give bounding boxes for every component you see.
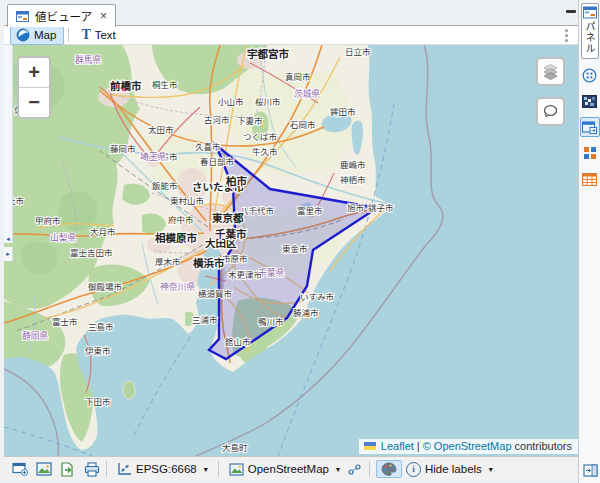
map-label-city: 小山市 bbox=[218, 97, 244, 107]
left-splitter-handle[interactable]: ◂ bbox=[4, 45, 13, 243]
map-label-city: 勝浦市 bbox=[293, 308, 319, 318]
basemap-dropdown[interactable]: OpenStreetMap ▾ bbox=[225, 462, 344, 477]
panels-view-button[interactable] bbox=[580, 117, 600, 137]
basemap-caret-icon: ▾ bbox=[336, 465, 340, 474]
labels-dropdown[interactable]: i Hide labels ▾ bbox=[402, 461, 497, 478]
map-label-city: 東金市 bbox=[282, 244, 308, 254]
basemap-icon bbox=[229, 463, 244, 476]
sync-views-button[interactable] bbox=[346, 461, 363, 478]
layers-button[interactable] bbox=[536, 57, 565, 86]
save-image-button[interactable] bbox=[35, 461, 52, 478]
map-label-major: 前橋市 bbox=[110, 80, 142, 92]
labels-caret-icon: ▾ bbox=[489, 465, 493, 474]
map-label-city: 横須賀市 bbox=[198, 289, 233, 299]
image-icon bbox=[36, 462, 52, 476]
map-label-city: 神栖市 bbox=[340, 175, 366, 185]
map-label-city: 甲府市 bbox=[35, 216, 61, 226]
osm-link[interactable]: © OpenStreetMap bbox=[423, 440, 512, 452]
toolbar-grip-icon[interactable] bbox=[565, 29, 568, 42]
map-canvas[interactable]: 日立市真岡市桐生市小山市桜川市石岡市鉾田市古河市下妻市太田市藤岡市熊谷市佐久市久… bbox=[4, 45, 578, 456]
map-label-city: 鴨川市 bbox=[258, 317, 284, 327]
map-label-major: 千葉市 bbox=[215, 228, 247, 240]
map-label-city: 東村山市 bbox=[170, 196, 205, 206]
form-view-button[interactable] bbox=[580, 65, 600, 85]
map-tiles: 日立市真岡市桐生市小山市桜川市石岡市鉾田市古河市下妻市太田市藤岡市熊谷市佐久市久… bbox=[4, 45, 578, 456]
map-label-city: 下妻市 bbox=[237, 116, 263, 126]
color-style-toggle[interactable] bbox=[376, 460, 402, 478]
map-label-city: 伊東市 bbox=[85, 346, 111, 356]
contributors-text: contributors bbox=[515, 440, 572, 452]
map-label-city: 鹿嶋市 bbox=[340, 160, 366, 170]
statusbar-separator bbox=[106, 461, 107, 477]
map-label-city: 真岡市 bbox=[285, 72, 311, 82]
map-label-city: 鉾田市 bbox=[330, 107, 356, 117]
map-label-city: 市原市 bbox=[222, 254, 248, 264]
map-label-city: 銚子市 bbox=[368, 203, 394, 213]
tab-bar: 値ビューア × bbox=[4, 3, 578, 26]
map-label-pref: 茨城県 bbox=[294, 88, 321, 99]
table-view-button[interactable] bbox=[580, 169, 600, 189]
map-view-button[interactable]: Map bbox=[10, 26, 64, 45]
new-window-icon bbox=[12, 462, 28, 476]
map-label-pref: 神奈川県 bbox=[160, 281, 195, 292]
panel-tab-label: パネル bbox=[582, 21, 597, 54]
coord-caret-icon: ▾ bbox=[204, 465, 208, 474]
coord-system-dropdown[interactable]: EPSG:6668 ▾ bbox=[113, 461, 212, 477]
toolbar-separator bbox=[68, 28, 69, 42]
layers-icon bbox=[542, 63, 559, 80]
map-attribution: Leaflet | © OpenStreetMap contributors bbox=[359, 439, 578, 454]
panel-tab-icon bbox=[583, 6, 597, 19]
ukraine-flag-icon bbox=[364, 442, 376, 450]
link-icon bbox=[347, 463, 362, 476]
zoom-out-button[interactable]: − bbox=[19, 88, 49, 117]
lasso-icon bbox=[542, 103, 559, 120]
map-label-major: 相模原市 bbox=[155, 232, 197, 244]
status-bar: EPSG:6668 ▾ OpenStreetMap ▾ i Hide label… bbox=[4, 456, 578, 481]
text-button-label: Text bbox=[95, 29, 116, 41]
zoom-in-button[interactable]: + bbox=[19, 58, 49, 88]
collapse-left-icon: ◂ bbox=[6, 235, 10, 243]
map-label-pref: 埼玉県 bbox=[140, 151, 167, 162]
lasso-select-button[interactable] bbox=[536, 97, 565, 126]
map-label-pref: 千葉県 bbox=[258, 267, 285, 278]
map-label-city: 牛久市 bbox=[252, 147, 278, 157]
map-label-city: 厚木市 bbox=[155, 257, 181, 267]
palette-icon bbox=[381, 462, 397, 476]
coordinate-system-icon bbox=[117, 462, 132, 476]
map-label-city: 古河市 bbox=[204, 115, 230, 125]
map-label-city: 大島町 bbox=[222, 443, 248, 453]
text-icon: T bbox=[81, 29, 90, 41]
leaflet-link[interactable]: Leaflet bbox=[381, 440, 414, 452]
right-sidebar: パネル bbox=[578, 0, 600, 483]
map-label-pref: 静岡県 bbox=[22, 330, 49, 341]
panel-tab[interactable]: パネル bbox=[581, 3, 599, 59]
tab-close-icon[interactable]: × bbox=[100, 10, 107, 22]
map-label-major: 宇都宮市 bbox=[247, 48, 289, 60]
open-in-window-button[interactable] bbox=[11, 461, 28, 478]
statusbar-separator bbox=[218, 461, 219, 477]
dock-panel-button[interactable] bbox=[581, 462, 599, 478]
map-label-city: 太田市 bbox=[148, 125, 174, 135]
text-view-button[interactable]: T Text bbox=[75, 26, 123, 45]
float-panel-button[interactable] bbox=[564, 6, 578, 16]
globe-icon bbox=[16, 28, 30, 42]
left-splitter-expand[interactable]: ▸ bbox=[4, 247, 13, 261]
raster-view-button[interactable] bbox=[580, 91, 600, 111]
dock-icon bbox=[583, 464, 598, 477]
view-toolbar: Map T Text bbox=[4, 25, 578, 45]
tab-title: 値ビューア bbox=[35, 8, 92, 24]
map-label-city: 富士吉田市 bbox=[70, 248, 113, 258]
modules-view-button[interactable] bbox=[580, 143, 600, 163]
map-label-pref: 山梨県 bbox=[50, 232, 77, 243]
export-button[interactable] bbox=[59, 461, 76, 478]
print-button[interactable] bbox=[83, 461, 100, 478]
tab-value-viewer[interactable]: 値ビューア × bbox=[7, 4, 116, 27]
info-icon: i bbox=[406, 462, 421, 477]
map-label-city: 飯能市 bbox=[152, 181, 178, 191]
map-label-city: 八千代市 bbox=[240, 206, 275, 216]
printer-icon bbox=[84, 462, 100, 477]
labels-toggle-text: Hide labels bbox=[425, 463, 482, 475]
zoom-control: + − bbox=[17, 56, 51, 119]
map-label-city: 春日部市 bbox=[200, 157, 235, 167]
expand-right-icon: ▸ bbox=[6, 250, 10, 258]
